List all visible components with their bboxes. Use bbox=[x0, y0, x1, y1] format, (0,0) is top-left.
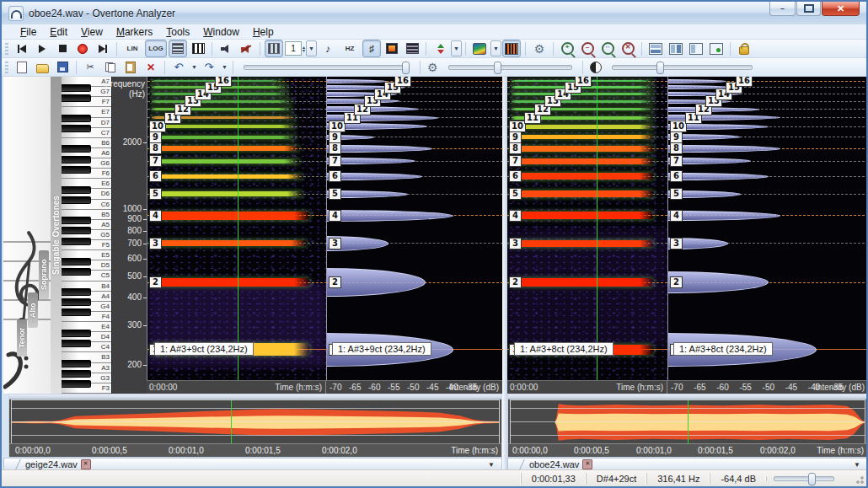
overtone-marker-2[interactable]: 2 bbox=[329, 276, 341, 288]
playhead-cursor[interactable] bbox=[238, 77, 238, 380]
hz-display-button[interactable]: HZ bbox=[339, 40, 361, 57]
overtone-marker-2[interactable]: 2 bbox=[149, 276, 162, 288]
piano-black-key-Db7[interactable] bbox=[62, 125, 91, 132]
menu-help[interactable]: Help bbox=[246, 25, 281, 39]
skip-to-start-button[interactable] bbox=[13, 40, 31, 57]
copy-button[interactable] bbox=[101, 58, 120, 76]
overtone-marker-2[interactable]: 2 bbox=[670, 276, 683, 288]
zoom-fit-width-button[interactable]: ↔ bbox=[598, 40, 617, 57]
overtone-marker-16[interactable]: 16 bbox=[394, 77, 411, 87]
tab-geige24[interactable]: geige24.wav bbox=[19, 459, 81, 469]
tab-list-dropdown-icon[interactable]: ▼ bbox=[854, 461, 860, 469]
waveform-view-geige[interactable] bbox=[11, 400, 500, 445]
toolbar-grip[interactable] bbox=[5, 43, 8, 55]
piano-black-key-Ab4[interactable] bbox=[62, 298, 91, 306]
piano-black-key-Gb7[interactable] bbox=[62, 94, 91, 102]
overtone-marker-7[interactable]: 7 bbox=[329, 155, 341, 167]
piano-black-key-Eb6[interactable] bbox=[62, 186, 91, 194]
overtone-marker-3[interactable]: 3 bbox=[509, 238, 522, 249]
voice-range-tenor[interactable]: Tenor bbox=[17, 319, 27, 357]
waveform-playhead-cursor[interactable] bbox=[688, 400, 689, 444]
linear-scale-button[interactable]: LIN bbox=[121, 40, 143, 57]
waveform-panel-oboe[interactable]: Time (h:m:s) 0:00:00,00:00:00,50:00:01,0… bbox=[507, 394, 868, 458]
status-zoom-slider-thumb[interactable] bbox=[808, 473, 816, 485]
waveform-panel-geige[interactable]: Time (h:m:s) 0:00:00,00:00:00,50:00:01,0… bbox=[8, 394, 502, 458]
piano-black-key-Eb7[interactable] bbox=[62, 115, 91, 122]
overtone-marker-4[interactable]: 4 bbox=[329, 210, 341, 222]
singable-overtones-bar[interactable]: Singable Overtones bbox=[51, 77, 62, 394]
undo-dropdown[interactable]: ▼ bbox=[190, 60, 199, 74]
volume-slider[interactable] bbox=[244, 65, 410, 70]
layout-vertical-button[interactable] bbox=[667, 40, 685, 57]
title-bar[interactable]: oboe24.wav - Overtone Analyzer – ✕ bbox=[2, 2, 866, 24]
overtone-marker-6[interactable]: 6 bbox=[670, 170, 683, 182]
status-zoom-slider[interactable] bbox=[774, 476, 834, 481]
mixer-button[interactable] bbox=[169, 40, 187, 57]
log-scale-button[interactable]: LOG bbox=[145, 40, 167, 57]
overtone-marker-5[interactable]: 5 bbox=[149, 188, 162, 200]
layout-add-button[interactable] bbox=[707, 40, 726, 57]
intensity-panel-oboe[interactable]: 123456789101112131415161: A#3+8ct (234,2… bbox=[667, 77, 868, 380]
overtone-marker-5[interactable]: 5 bbox=[670, 188, 683, 200]
zoom-out-button[interactable]: – bbox=[578, 40, 597, 57]
overtone-marker-9[interactable]: 9 bbox=[670, 131, 683, 143]
tab-close-icon[interactable]: ✕ bbox=[81, 459, 91, 469]
mute-button[interactable] bbox=[237, 40, 255, 57]
expand-range-button[interactable] bbox=[431, 40, 449, 57]
open-file-button[interactable] bbox=[33, 58, 51, 76]
delete-button[interactable]: ✕ bbox=[142, 58, 160, 76]
overtone-marker-2[interactable]: 2 bbox=[509, 276, 522, 288]
piano-black-key-Eb5[interactable] bbox=[62, 258, 91, 265]
skip-to-end-button[interactable] bbox=[94, 40, 112, 57]
harmonic-dropdown[interactable]: ▼ bbox=[306, 40, 317, 56]
voice-range-soprano[interactable]: Soprano bbox=[39, 250, 49, 299]
menu-tools[interactable]: Tools bbox=[159, 25, 196, 39]
waveform-view-oboe[interactable] bbox=[510, 400, 865, 445]
spinner-arrows-icon[interactable]: ▴▾ bbox=[303, 46, 305, 52]
lock-button[interactable] bbox=[735, 40, 753, 57]
overtone-marker-6[interactable]: 6 bbox=[509, 170, 522, 182]
intensity-view-button[interactable] bbox=[502, 40, 521, 57]
overtone-marker-8[interactable]: 8 bbox=[149, 142, 162, 154]
zoom-reset-button[interactable]: ✕ bbox=[619, 40, 637, 57]
stop-button[interactable] bbox=[53, 40, 72, 57]
overtone-marker-6[interactable]: 6 bbox=[149, 170, 162, 182]
tab-oboe24[interactable]: oboe24.wav bbox=[522, 459, 582, 469]
piano-black-key-Ab5[interactable] bbox=[62, 227, 91, 234]
cut-button[interactable]: ✂ bbox=[81, 58, 99, 76]
piano-black-key-Ab3[interactable] bbox=[62, 370, 91, 378]
toolbar-grip2[interactable] bbox=[5, 62, 8, 73]
redo-button[interactable]: ↷ bbox=[200, 58, 218, 76]
overtone-marker-7[interactable]: 7 bbox=[670, 155, 683, 167]
zoom-in-button[interactable]: + bbox=[558, 40, 576, 57]
overtone-marker-3[interactable]: 3 bbox=[670, 238, 683, 249]
overtone-marker-4[interactable]: 4 bbox=[670, 210, 683, 222]
piano-black-key-Db4[interactable] bbox=[62, 340, 91, 347]
overtone-marker-8[interactable]: 8 bbox=[509, 142, 522, 154]
piano-black-key-Db6[interactable] bbox=[62, 196, 91, 204]
spectrum-block-button[interactable] bbox=[383, 40, 401, 57]
contrast-slider[interactable] bbox=[612, 65, 753, 70]
overtone-marker-3[interactable]: 3 bbox=[149, 238, 162, 249]
piano-black-key-Gb6[interactable] bbox=[62, 166, 91, 174]
piano-black-key-Bb3[interactable] bbox=[62, 360, 91, 367]
analysis-slider[interactable] bbox=[448, 65, 572, 70]
spectrogram-dropdown[interactable]: ▼ bbox=[490, 40, 501, 56]
piano-black-key-Ab7[interactable] bbox=[62, 84, 91, 92]
layout-horizontal-button[interactable] bbox=[646, 40, 665, 57]
piano-black-key-Eb4[interactable] bbox=[62, 330, 91, 337]
spectrogram-view-button[interactable] bbox=[470, 40, 489, 57]
undo-button[interactable]: ↶ bbox=[169, 58, 188, 76]
intensity-panel-geige[interactable]: 123456789101112131415161: A#3+9ct (234,2… bbox=[326, 77, 503, 380]
spectrogram-panel-geige[interactable]: 123456789101112131415161: A#3+9ct (234,2… bbox=[147, 77, 327, 380]
harmonic-spinner[interactable]: 1 ▴▾ ▼ bbox=[285, 40, 317, 56]
overtone-marker-5[interactable]: 5 bbox=[509, 188, 522, 200]
maximize-button[interactable] bbox=[796, 2, 821, 16]
overtone-marker-10[interactable]: 10 bbox=[670, 121, 687, 132]
menu-edit[interactable]: Edit bbox=[43, 25, 74, 39]
piano-black-key-Bb6[interactable] bbox=[62, 145, 91, 153]
playhead-cursor[interactable] bbox=[597, 77, 597, 380]
spectrogram-panel-oboe[interactable]: 123456789101112131415161: A#3+8ct (234,2… bbox=[507, 77, 667, 380]
contrast-slider-thumb[interactable] bbox=[656, 62, 664, 74]
redo-dropdown[interactable]: ▼ bbox=[220, 60, 229, 74]
